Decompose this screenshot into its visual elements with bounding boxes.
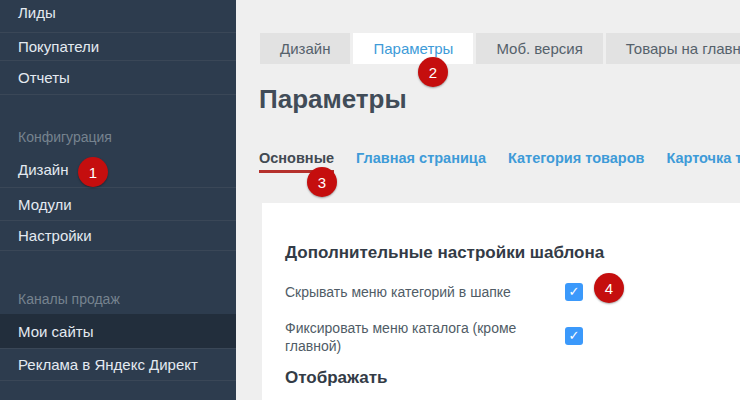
subtab-product-card[interactable]: Карточка товара (666, 150, 740, 173)
tab-products-on-main[interactable]: Товары на главной (606, 33, 740, 64)
section-heading-template-settings: Дополнительные настройки шаблона (285, 243, 604, 263)
sidebar-item-settings[interactable]: Настройки (0, 221, 236, 251)
step-badge-4: 4 (594, 273, 624, 303)
checkbox-hide-category-menu[interactable]: ✓ (565, 283, 583, 301)
sidebar-item-label: Отчеты (18, 69, 70, 86)
step-badge-2: 2 (418, 57, 448, 87)
tab-design[interactable]: Дизайн (260, 33, 350, 64)
sidebar-item-customers[interactable]: Покупатели (0, 33, 236, 61)
page-title: Параметры (259, 84, 407, 115)
checkbox-fix-catalog-menu[interactable]: ✓ (565, 327, 583, 345)
sidebar: Лиды Покупатели Отчеты Конфигурация Диза… (0, 0, 236, 400)
sidebar-item-my-sites[interactable]: Мои сайты (0, 314, 236, 349)
subtab-product-category[interactable]: Категория товаров (508, 150, 644, 173)
sidebar-item-label: Реклама в Яндекс Директ (18, 356, 198, 373)
sidebar-item-label: Лиды (18, 4, 56, 21)
sidebar-section-sales-channels: Каналы продаж (0, 284, 236, 314)
sidebar-item-modules[interactable]: Модули (0, 188, 236, 221)
setting-label-fix-catalog-menu: Фиксировать меню каталога (кроме главной… (285, 319, 537, 355)
step-badge-1: 1 (78, 157, 108, 187)
sidebar-section-configuration: Конфигурация (0, 122, 236, 152)
step-badge-3: 3 (307, 167, 337, 197)
section-heading-display: Отображать (285, 368, 388, 388)
checkmark-icon: ✓ (569, 283, 580, 301)
sidebar-section-label: Каналы продаж (18, 291, 120, 307)
settings-panel: Дополнительные настройки шаблона Скрыват… (262, 203, 740, 400)
sidebar-item-label: Покупатели (18, 38, 99, 55)
sidebar-item-leads[interactable]: Лиды (0, 0, 236, 33)
setting-label-hide-category-menu: Скрывать меню категорий в шапке (285, 283, 557, 301)
admin-panel: Лиды Покупатели Отчеты Конфигурация Диза… (0, 0, 740, 400)
tab-mobile-version[interactable]: Моб. версия (476, 33, 602, 64)
checkmark-icon: ✓ (569, 327, 580, 345)
sidebar-item-label: Модули (18, 196, 72, 213)
sidebar-item-yandex-direct-ads[interactable]: Реклама в Яндекс Директ (0, 349, 236, 381)
sidebar-section-label: Конфигурация (18, 129, 112, 145)
tab-parameters[interactable]: Параметры (353, 33, 473, 64)
subtab-home-page[interactable]: Главная страница (356, 150, 486, 173)
sidebar-item-label: Настройки (18, 227, 92, 244)
sidebar-item-label: Дизайн (18, 161, 68, 178)
design-tabbar: Дизайн Параметры Моб. версия Товары на г… (260, 33, 740, 64)
sidebar-item-label: Мои сайты (18, 323, 93, 340)
sidebar-item-reports[interactable]: Отчеты (0, 61, 236, 95)
sidebar-item-design[interactable]: Дизайн (0, 152, 236, 188)
